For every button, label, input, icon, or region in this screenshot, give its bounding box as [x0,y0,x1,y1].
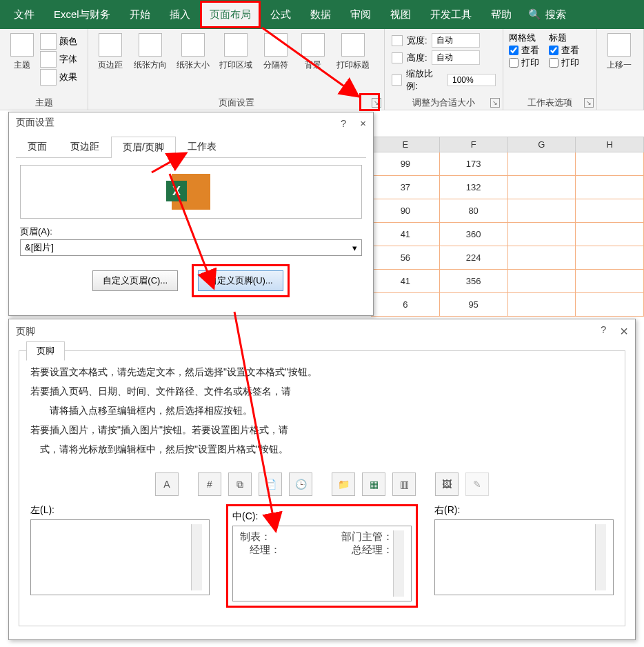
page-number-button[interactable]: # [198,472,221,496]
breaks-button[interactable]: 分隔符 [258,30,294,71]
time-button[interactable]: 🕒 [289,472,312,496]
themes-button[interactable]: 主题 [4,30,40,86]
table-row[interactable]: 41356 [372,270,644,293]
cell[interactable]: 80 [439,199,507,223]
col-header-h[interactable]: H [576,137,644,152]
cell[interactable] [507,176,576,199]
left-section-input[interactable] [30,519,210,595]
bring-forward-button[interactable]: 上移一 [601,30,637,71]
close-icon[interactable]: × [360,117,366,129]
cell[interactable]: 6 [372,293,440,317]
cell[interactable]: 56 [372,246,440,270]
cell[interactable] [576,176,644,199]
headings-print[interactable]: 打印 [549,57,579,69]
file-path-button[interactable]: 📁 [332,472,355,496]
col-header-f[interactable]: F [439,137,507,152]
tab-header-footer[interactable]: 页眉/页脚 [111,137,176,158]
cell[interactable] [507,293,576,317]
cell[interactable] [576,270,644,293]
table-row[interactable]: 695 [372,293,644,317]
date-button[interactable]: 📄 [259,472,282,496]
tab-view[interactable]: 视图 [381,0,421,29]
tab-home[interactable]: 开始 [120,0,160,29]
tab-sheet[interactable]: 工作表 [176,136,228,157]
tab-review[interactable]: 审阅 [341,0,381,29]
search-box[interactable]: 🔍 搜索 [528,8,566,21]
width-select[interactable]: 自动 [432,33,480,48]
header-combo[interactable]: &[图片] ▾ [20,239,362,256]
spreadsheet[interactable]: E F G H 99173371329080413605622441356695 [371,137,644,317]
theme-fonts[interactable]: 字体 [40,51,77,68]
cell[interactable]: 99 [372,152,440,176]
cell[interactable] [507,246,576,270]
insert-picture-button[interactable]: 🖼 [435,472,459,496]
scrollbar[interactable] [393,530,404,597]
scrollbar[interactable] [191,524,202,590]
tab-margins[interactable]: 页边距 [59,136,111,157]
tab-page[interactable]: 页面 [16,136,59,157]
gridlines-print[interactable]: 打印 [509,57,539,69]
headings-view[interactable]: 查看 [549,44,579,57]
tab-financial[interactable]: Excel与财务 [44,0,120,29]
custom-header-button[interactable]: 自定义页眉(C)... [92,270,178,291]
cell[interactable] [507,270,576,293]
cell[interactable] [507,152,576,176]
cell[interactable] [576,293,644,317]
cell[interactable]: 90 [372,199,440,223]
right-section-input[interactable] [434,519,614,595]
pages-button[interactable]: ⧉ [228,472,252,496]
custom-footer-button[interactable]: 自定义页脚(U)... [198,270,283,291]
tab-formula[interactable]: 公式 [261,0,301,29]
format-text-button[interactable]: A [155,472,179,496]
footer-tab[interactable]: 页脚 [26,341,65,361]
table-row[interactable]: 41360 [372,223,644,246]
table-row[interactable]: 56224 [372,246,644,270]
cell[interactable]: 173 [439,152,507,176]
theme-colors[interactable]: 颜色 [40,33,77,50]
height-select[interactable]: 自动 [432,50,480,65]
format-picture-button[interactable]: ✎ [465,472,489,496]
cell[interactable]: 41 [372,223,440,246]
cell[interactable] [576,246,644,270]
size-button[interactable]: 纸张大小 [172,30,214,71]
cell[interactable]: 360 [439,223,507,246]
file-name-button[interactable]: ▦ [362,472,385,496]
cell[interactable] [507,199,576,223]
sheetopts-launcher[interactable]: ↘ [584,98,594,108]
margins-button[interactable]: 页边距 [92,30,128,71]
col-header-g[interactable]: G [507,137,576,152]
cell[interactable]: 95 [439,293,507,317]
center-section-input[interactable]: 制表：部门主管： 经理：总经理： [232,526,412,601]
cell[interactable]: 132 [439,176,507,199]
print-titles-button[interactable]: 打印标题 [332,30,374,71]
scale-select[interactable]: 100% [447,74,496,86]
print-area-button[interactable]: 打印区域 [215,30,256,71]
theme-effects[interactable]: 效果 [40,69,77,86]
table-row[interactable]: 9080 [372,199,644,223]
tab-help[interactable]: 帮助 [481,0,521,29]
cell[interactable]: 41 [372,270,440,293]
help-icon[interactable]: ? [601,324,606,339]
help-icon[interactable]: ? [341,117,346,129]
sheet-name-button[interactable]: ▥ [392,472,416,496]
cell[interactable] [507,223,576,246]
cell[interactable]: 37 [372,176,440,199]
cell[interactable]: 356 [439,270,507,293]
cell[interactable]: 224 [439,246,507,270]
tab-insert[interactable]: 插入 [160,0,200,29]
tab-data[interactable]: 数据 [301,0,341,29]
close-icon[interactable]: × [620,324,628,339]
orientation-button[interactable]: 纸张方向 [130,30,171,71]
cell[interactable] [576,223,644,246]
scrollbar[interactable] [595,524,606,590]
tab-file[interactable]: 文件 [4,0,44,29]
cell[interactable] [576,152,644,176]
scale-launcher[interactable]: ↘ [490,98,500,108]
cell[interactable] [576,199,644,223]
tab-dev[interactable]: 开发工具 [421,0,481,29]
background-button[interactable]: 背景 [295,30,331,71]
table-row[interactable]: 99173 [372,152,644,176]
gridlines-view[interactable]: 查看 [509,44,539,57]
tab-page-layout[interactable]: 页面布局 [200,1,261,28]
table-row[interactable]: 37132 [372,176,644,199]
